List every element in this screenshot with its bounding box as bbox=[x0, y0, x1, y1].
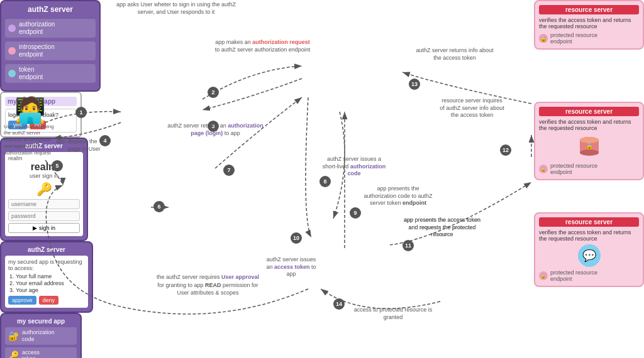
arrow-icon: ▶ bbox=[33, 225, 37, 231]
consent-item-2: Your email address bbox=[16, 280, 85, 286]
authz-server-main-title: authZ server bbox=[5, 5, 96, 14]
step-6: 6 bbox=[153, 201, 165, 212]
introspection-endpoint-item: introspectionendpoint bbox=[5, 41, 96, 60]
step-11: 11 bbox=[402, 240, 414, 251]
user-person: 🧑‍💻 User inputs everything the authZ ser… bbox=[11, 97, 49, 156]
user-sign-in-label: user sign in bbox=[8, 173, 80, 179]
deny-button[interactable]: deny bbox=[39, 296, 59, 305]
rs-mid-endpoint-text: protected resourceendpoint bbox=[550, 163, 597, 175]
approve-button[interactable]: approve bbox=[8, 296, 36, 305]
authz-returns-info: authZ server returns info about the acce… bbox=[414, 47, 496, 62]
app-presents-token-label: app presents the access token and reques… bbox=[401, 217, 483, 239]
step-14: 14 bbox=[333, 298, 345, 310]
rs-bottom-endpoint-text: protected resourceendpoint bbox=[550, 269, 597, 282]
consent-bottom-text: the authZ server requires User approval … bbox=[156, 273, 260, 297]
auth-request-annotation: app makes an authorization request to au… bbox=[214, 39, 311, 53]
step-10: 10 bbox=[291, 232, 302, 244]
resource-server-mid-title: resource server bbox=[539, 107, 639, 116]
app-displays-login: app displays the login page to User bbox=[52, 138, 102, 153]
consent-items-list: Your full name Your email address Your a… bbox=[8, 273, 85, 293]
resource-server-mid-text: verifies the access token and returns th… bbox=[539, 119, 639, 131]
access-granted: access to protected resource is granted bbox=[349, 306, 437, 321]
db-icon-mid: 🔒 bbox=[577, 134, 602, 159]
step-2: 2 bbox=[208, 87, 219, 98]
token-endpoint-dot bbox=[8, 70, 16, 77]
auth-page-annotation: authZ server returns an authorization pa… bbox=[160, 122, 270, 137]
token-endpoint-item: tokenendpoint bbox=[5, 64, 96, 83]
sign-in-button[interactable]: ▶ sign in bbox=[8, 223, 80, 233]
my-secured-app-bottom-box: my secured app 🔐 authorizationcode 🔑 acc… bbox=[0, 313, 82, 358]
authorization-endpoint-dot bbox=[8, 24, 16, 32]
svg-text:🔒: 🔒 bbox=[586, 142, 594, 150]
resource-server-top-box: resource server verifies the access toke… bbox=[534, 0, 644, 50]
password-input[interactable] bbox=[8, 211, 80, 221]
rs-top-endpoint-text: protected resourceendpoint bbox=[550, 32, 597, 45]
resource-server-top-endpoint: 🔒 protected resourceendpoint bbox=[539, 32, 639, 45]
step-1: 1 bbox=[75, 107, 87, 118]
auth-code-annotation: authZ server issues a short-lived author… bbox=[319, 156, 389, 178]
consent-subtitle: my secured app is requesting to access: bbox=[8, 259, 85, 271]
authorization-endpoint-text: authorizationendpoint bbox=[19, 21, 55, 36]
key-icon: 🔑 bbox=[8, 182, 80, 197]
top-annotation: app asks User wheter to sign in using th… bbox=[113, 1, 239, 16]
access-token-icon: 🔑 bbox=[8, 350, 19, 358]
diagram-container: 🧑‍💻 User inputs everything the authZ ser… bbox=[0, 0, 644, 358]
authz-server-main-box: authZ server authorizationendpoint intro… bbox=[0, 0, 101, 92]
resource-server-top-text: verifies the access token and returns th… bbox=[539, 17, 639, 30]
resource-server-bottom-box: resource server verifies the access toke… bbox=[534, 212, 644, 287]
realm-inner: realm realm user sign in 🔑 ▶ sign in bbox=[5, 152, 83, 236]
app-presents-annotation: app presents the authorization code to a… bbox=[364, 185, 433, 207]
introspection-endpoint-dot bbox=[8, 47, 16, 55]
user-label: User inputs everything the authZ server … bbox=[4, 124, 57, 156]
step-7: 7 bbox=[223, 165, 235, 176]
authz-issues-token: authZ server issues an access token to a… bbox=[263, 256, 319, 278]
resource-server-mid-endpoint: 🔒 protected resourceendpoint bbox=[539, 163, 639, 175]
resource-server-mid-box: resource server verifies the access toke… bbox=[534, 102, 644, 180]
access-token-item: 🔑 accesstoken bbox=[5, 347, 77, 358]
introspection-endpoint-text: introspectionendpoint bbox=[19, 43, 55, 58]
authz-consent-box: authZ server my secured app is requestin… bbox=[0, 241, 93, 313]
step-9: 9 bbox=[350, 207, 361, 219]
resource-inquires: resource server inquires of authZ server… bbox=[439, 97, 505, 119]
auth-code-item: 🔐 authorizationcode bbox=[5, 327, 77, 345]
svg-point-4 bbox=[580, 149, 599, 156]
resource-server-top-title: resource server bbox=[539, 5, 639, 14]
resource-server-bottom-title: resource server bbox=[539, 217, 639, 227]
auth-code-icon: 🔐 bbox=[8, 331, 19, 341]
consent-item-3: Your age bbox=[16, 287, 85, 293]
authz-consent-title: authZ server bbox=[5, 246, 88, 253]
step-13: 13 bbox=[409, 79, 420, 90]
realm-name: realm bbox=[8, 161, 80, 173]
authorization-endpoint-item: authorizationendpoint bbox=[5, 19, 96, 38]
consent-inner: my secured app is requesting to access: … bbox=[5, 256, 88, 308]
rs-top-endpoint-dot: 🔒 bbox=[539, 34, 548, 43]
username-input[interactable] bbox=[8, 199, 80, 209]
my-secured-app-bottom-title: my secured app bbox=[5, 318, 77, 325]
auth-code-text: authorizationcode bbox=[22, 329, 55, 343]
access-token-text: accesstoken bbox=[22, 349, 40, 358]
consent-item-1: Your full name bbox=[16, 273, 85, 279]
step-12: 12 bbox=[500, 144, 511, 156]
sign-in-label: sign in bbox=[39, 225, 55, 231]
resource-server-bottom-text: verifies the access token and returns th… bbox=[539, 229, 639, 242]
step-5: 5 bbox=[52, 160, 63, 171]
resource-server-bottom-endpoint: 🔒 protected resourceendpoint bbox=[539, 269, 639, 282]
token-endpoint-text: tokenendpoint bbox=[19, 66, 43, 81]
